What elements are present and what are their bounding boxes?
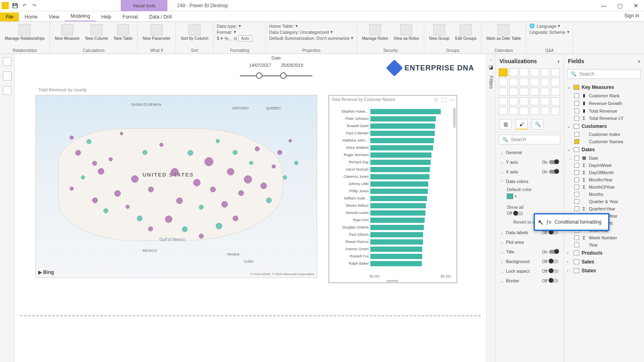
- format-default-color-picker[interactable]: ▾: [499, 193, 560, 200]
- viz-type-icon[interactable]: [541, 97, 549, 105]
- format-xaxis[interactable]: ⌄X axisOn: [499, 167, 560, 177]
- report-canvas[interactable]: Date 14/07/2017 25/03/2019 ENTERPRISE DN…: [14, 54, 486, 362]
- bar-row[interactable]: Antonio Green: [332, 245, 451, 253]
- more-options-icon[interactable]: ⋯: [449, 97, 454, 103]
- tab-file[interactable]: File: [0, 12, 19, 21]
- map-bubble[interactable]: [233, 150, 237, 155]
- viz-type-icon[interactable]: [530, 78, 539, 86]
- save-icon[interactable]: 💾: [11, 2, 19, 9]
- field-checkbox[interactable]: [574, 109, 579, 113]
- format-yaxis[interactable]: ⌄Y axisOn: [499, 157, 560, 167]
- bar-rect[interactable]: [370, 196, 427, 201]
- decimals-auto[interactable]: Auto: [238, 35, 252, 41]
- field-item[interactable]: Quarter & Year: [566, 198, 642, 205]
- table-header[interactable]: ›Products: [566, 249, 642, 257]
- tab-help[interactable]: Help: [96, 12, 117, 21]
- slider-handle-left[interactable]: [256, 72, 262, 79]
- bar-row[interactable]: Peter Johnson: [332, 115, 451, 122]
- format-plotarea[interactable]: ⌄Plot area: [499, 237, 560, 247]
- viz-type-icon[interactable]: [541, 107, 549, 115]
- data-view-icon[interactable]: [3, 72, 12, 80]
- field-checkbox[interactable]: [574, 116, 579, 121]
- bar-row[interactable]: Paul Gibson: [332, 231, 451, 238]
- map-bubble[interactable]: [216, 139, 220, 143]
- map-bubble[interactable]: [199, 205, 204, 210]
- color-context-menu[interactable]: ƒx Conditional formatting: [534, 213, 609, 231]
- field-item[interactable]: ΣMonthOfYear: [566, 183, 642, 191]
- viz-type-icon[interactable]: [530, 107, 539, 115]
- viz-type-icon[interactable]: [499, 107, 508, 115]
- defsum-label[interactable]: Default Summarization: Don't summarize: [269, 36, 350, 41]
- redo-icon[interactable]: ↷: [31, 2, 38, 9]
- language-dropdown[interactable]: Language: [537, 24, 556, 29]
- close-button[interactable]: ✕: [628, 0, 644, 11]
- map-bubble[interactable]: [92, 197, 98, 203]
- field-item[interactable]: ▮Customer Rank: [566, 92, 642, 99]
- bar-row[interactable]: Samuel Austin: [332, 209, 451, 216]
- map-bubble[interactable]: [165, 216, 172, 223]
- bar-rect[interactable]: [370, 239, 423, 245]
- viz-type-icon[interactable]: [520, 107, 528, 115]
- format-datacolors[interactable]: ⌃Data colors: [499, 177, 560, 186]
- bar-rect[interactable]: [370, 131, 435, 136]
- table-header[interactable]: ⌄Key Measures: [566, 83, 642, 92]
- hometable-label[interactable]: Home Table:: [269, 24, 294, 29]
- field-item[interactable]: ΣQuarternYear: [566, 205, 642, 212]
- bar-row[interactable]: Richard Day: [332, 158, 451, 166]
- bar-rect[interactable]: [370, 160, 431, 165]
- undo-icon[interactable]: ↶: [21, 2, 28, 9]
- format-background[interactable]: ⌄BackgroundOff: [499, 257, 560, 266]
- bar-rect[interactable]: [370, 203, 426, 208]
- viz-type-icon[interactable]: [520, 78, 528, 86]
- bar-row[interactable]: Roger Morrison: [332, 151, 451, 158]
- viz-type-icon[interactable]: [520, 88, 528, 96]
- bar-rect[interactable]: [370, 254, 422, 259]
- report-view-icon[interactable]: [3, 57, 12, 66]
- table-header[interactable]: ⌄Customers: [566, 122, 642, 131]
- expand-filters-icon[interactable]: ‹: [490, 57, 492, 62]
- bar-row[interactable]: Shawn Ramos: [332, 238, 451, 245]
- field-checkbox[interactable]: [574, 101, 579, 106]
- new-measure-button[interactable]: New Measure: [53, 23, 81, 41]
- viz-type-icon[interactable]: [541, 78, 549, 86]
- viz-type-icon[interactable]: [530, 97, 539, 105]
- bar-row[interactable]: Victor Watkins: [332, 144, 451, 151]
- viz-type-icon[interactable]: [509, 68, 518, 76]
- map-bubble[interactable]: [98, 168, 104, 175]
- table-header[interactable]: ›States: [566, 266, 642, 275]
- bar-chart-visual[interactable]: Total Revenue by Customer Names ▽ ⛶ ⋯ St…: [328, 95, 457, 283]
- field-item[interactable]: ▮Total Revenue: [566, 107, 642, 115]
- sort-by-column-button[interactable]: Sort by Column: [179, 23, 210, 41]
- viz-type-icon[interactable]: [551, 107, 560, 115]
- bar-rect[interactable]: [370, 138, 434, 143]
- tab-home[interactable]: Home: [19, 12, 43, 21]
- bar-row[interactable]: Clarence Jones: [332, 173, 451, 180]
- map-bubble[interactable]: [283, 175, 287, 179]
- viz-type-icon[interactable]: [551, 88, 560, 96]
- map-bubble[interactable]: [75, 150, 81, 156]
- tab-data-drill[interactable]: Data / Drill: [144, 12, 178, 21]
- bar-row[interactable]: Philip Jones: [332, 187, 451, 195]
- bar-rect[interactable]: [370, 109, 441, 114]
- format-title[interactable]: ⌄TitleOn: [499, 247, 560, 257]
- map-bubble[interactable]: [176, 197, 183, 204]
- map-bubble[interactable]: [294, 161, 298, 165]
- bar-rect[interactable]: [370, 247, 422, 252]
- field-item[interactable]: ΣMonthnYear: [566, 176, 642, 183]
- vscroll-thumb[interactable]: [453, 108, 456, 128]
- map-bubble[interactable]: [182, 226, 188, 232]
- bar-row[interactable]: Steven Wilson: [332, 202, 451, 209]
- viz-type-icon[interactable]: [530, 68, 539, 76]
- map-bubble[interactable]: [92, 161, 97, 166]
- analytics-tab-icon[interactable]: 🔍: [532, 119, 544, 130]
- bar-rect[interactable]: [370, 218, 425, 223]
- viz-type-icon[interactable]: [499, 78, 508, 86]
- sign-in-link[interactable]: Sign in: [624, 13, 639, 19]
- field-checkbox[interactable]: [574, 132, 579, 137]
- field-item[interactable]: ⌄▦Date: [566, 154, 642, 162]
- collapse-viz-icon[interactable]: ›: [557, 58, 559, 64]
- map-bubble[interactable]: [216, 223, 222, 229]
- edit-groups-button[interactable]: Edit Groups: [454, 23, 478, 41]
- map-bubble[interactable]: [221, 201, 228, 208]
- hscroll-thumb[interactable]: [386, 280, 398, 282]
